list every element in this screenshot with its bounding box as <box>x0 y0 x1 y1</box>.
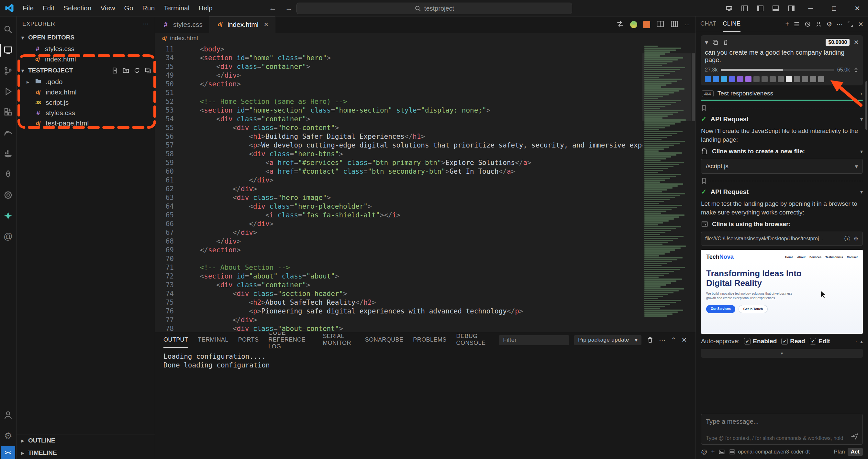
model-selector[interactable]: openai-compat:qwen3-coder-dt <box>729 449 809 455</box>
line-number[interactable]: 60 <box>155 167 184 176</box>
panel-tab-ports[interactable]: PORTS <box>238 332 259 348</box>
customize-layout-icon[interactable] <box>738 3 751 14</box>
code-line[interactable]: 72 <section id="about" class="about"> <box>155 272 643 281</box>
editor-tab-styles.css[interactable]: #styles.css <box>155 17 209 33</box>
close-panel-icon[interactable]: ✕ <box>682 336 687 344</box>
code-line[interactable]: 56 <h1>Building Safer Digital Experience… <box>155 132 643 141</box>
auto-approve-read[interactable]: ✓Read <box>781 338 805 345</box>
line-number[interactable]: 78 <box>155 324 184 332</box>
line-number[interactable]: 51 <box>155 89 184 97</box>
line-number[interactable]: 62 <box>155 185 184 193</box>
collapse-task-icon[interactable]: ▾ <box>705 38 708 46</box>
panel-tab-serial-monitor[interactable]: SERIAL MONITOR <box>323 332 355 348</box>
delete-task-icon[interactable] <box>722 39 729 45</box>
plan-mode-button[interactable]: Plan <box>834 449 845 455</box>
editor-scrollbar[interactable] <box>691 44 695 332</box>
line-number[interactable]: 74 <box>155 290 184 298</box>
new-folder-icon[interactable] <box>122 67 129 74</box>
extensions-icon[interactable] <box>0 102 17 123</box>
context-mention-icon[interactable]: @ <box>701 448 707 455</box>
add-icon[interactable]: + <box>711 448 715 455</box>
code-line[interactable]: 66 </div> <box>155 220 643 228</box>
code-line[interactable]: 53 <section id="home-section" class="hom… <box>155 106 643 115</box>
chevron-up-icon[interactable]: ▴ <box>860 338 863 345</box>
code-line[interactable]: 58 <div class="hero-btns"> <box>155 150 643 159</box>
line-number[interactable]: 65 <box>155 211 184 220</box>
nav-forward-icon[interactable]: → <box>285 4 293 12</box>
line-number[interactable]: 35 <box>155 62 184 71</box>
checkbox-icon[interactable]: ✓ <box>744 338 750 345</box>
file-item[interactable]: #styles.css <box>17 44 155 54</box>
line-number[interactable]: 70 <box>155 255 184 263</box>
menu-terminal[interactable]: Terminal <box>159 0 194 16</box>
line-number[interactable]: 11 <box>155 45 184 54</box>
toggle-secondary-sidebar-icon[interactable] <box>784 3 798 14</box>
source-control-icon[interactable] <box>0 61 17 81</box>
auto-approve-enabled[interactable]: ✓Enabled <box>744 338 777 345</box>
code-line[interactable]: 75 <h2>About SafeTech Reality</h2> <box>155 298 643 307</box>
clear-output-icon[interactable] <box>647 336 654 343</box>
code-line[interactable]: 52 <!-- Home Section (same as Hero) --> <box>155 97 643 106</box>
remote-explorer-icon[interactable] <box>0 40 17 61</box>
expand-auto-approve[interactable]: ▾ <box>701 349 863 358</box>
close-icon[interactable]: ✕ <box>847 0 868 17</box>
line-number[interactable]: 54 <box>155 115 184 124</box>
file-item[interactable]: djtest-page.html <box>17 118 155 128</box>
more-icon[interactable]: ⋯ <box>836 21 843 28</box>
file-item[interactable]: ▸.qodo <box>17 77 155 87</box>
editor-tab-index.html[interactable]: djindex.html✕ <box>209 17 275 33</box>
line-number[interactable]: 75 <box>155 298 184 307</box>
menu-run[interactable]: Run <box>138 0 160 16</box>
sonarqube-icon[interactable] <box>0 123 17 143</box>
tab-cline[interactable]: CLINE <box>723 17 741 32</box>
run-extension-icon[interactable] <box>630 21 637 28</box>
line-number[interactable]: 64 <box>155 202 184 211</box>
line-number[interactable]: 67 <box>155 228 184 237</box>
line-number[interactable]: 34 <box>155 54 184 62</box>
close-task-icon[interactable]: ✕ <box>854 38 859 46</box>
sparkle-icon[interactable] <box>0 205 17 226</box>
breadcrumb[interactable]: dj index.html <box>155 33 695 44</box>
code-line[interactable]: 77 </div> <box>155 316 643 324</box>
tab-chat[interactable]: CHAT <box>700 17 716 32</box>
remote-indicator-icon[interactable]: >< <box>1 446 15 459</box>
panel-tab-code-reference-log[interactable]: CODE REFERENCE LOG <box>268 332 313 348</box>
api-request-header[interactable]: ✓ API Request ▾ <box>701 115 863 123</box>
settings-gear-icon[interactable]: ⚙ <box>0 425 17 446</box>
more-icon[interactable]: ⋯ <box>659 336 665 344</box>
code-line[interactable]: 57 <p>We develop cutting-edge digital so… <box>155 141 643 150</box>
api-request-header[interactable]: ✓ API Request ▾ <box>701 188 863 196</box>
line-number[interactable]: 76 <box>155 307 184 316</box>
code-line[interactable]: 49 </div> <box>155 71 643 80</box>
line-number[interactable]: 56 <box>155 132 184 141</box>
database-icon[interactable] <box>0 185 17 205</box>
panel-tab-sonarqube[interactable]: SONARQUBE <box>365 332 404 348</box>
nav-back-icon[interactable]: ← <box>269 4 277 12</box>
code-line[interactable]: 54 <div class="container"> <box>155 115 643 124</box>
act-mode-button[interactable]: Act <box>847 448 863 456</box>
code-line[interactable]: 69 </section> <box>155 246 643 255</box>
output-channel-select[interactable]: Pip package update▾ <box>574 335 642 345</box>
code-content[interactable]: 11 <body>34 <section id="home" class="he… <box>155 44 643 332</box>
history-icon[interactable] <box>804 21 811 28</box>
explorer-more-icon[interactable]: ⋯ <box>143 21 149 28</box>
line-number[interactable]: 68 <box>155 237 184 246</box>
project-header[interactable]: ▾ TESTPROJECT <box>17 64 155 77</box>
line-number[interactable]: 57 <box>155 141 184 150</box>
checkbox-icon[interactable]: ✓ <box>810 338 816 345</box>
run-debug-icon[interactable] <box>0 81 17 102</box>
new-file-icon[interactable] <box>111 67 119 74</box>
info-icon[interactable]: ⓘ <box>844 235 850 242</box>
gear-icon[interactable]: ⚙ <box>854 235 859 242</box>
scrollbar-thumb[interactable] <box>692 53 695 121</box>
line-number[interactable]: 71 <box>155 263 184 272</box>
code-line[interactable]: 60 <a href="#contact" class="btn seconda… <box>155 167 643 176</box>
close-tab-icon[interactable]: ✕ <box>264 21 269 28</box>
menu-edit[interactable]: Edit <box>38 0 59 16</box>
code-line[interactable]: 74 <div class="section-header"> <box>155 290 643 298</box>
browser-url-bar[interactable]: file:///C:/Users/tahsinsoyak/Desktop/Ubo… <box>701 232 863 246</box>
code-line[interactable]: 70 <box>155 255 643 263</box>
line-number[interactable]: 52 <box>155 97 184 106</box>
line-number[interactable]: 58 <box>155 150 184 159</box>
menu-file[interactable]: File <box>18 0 38 16</box>
